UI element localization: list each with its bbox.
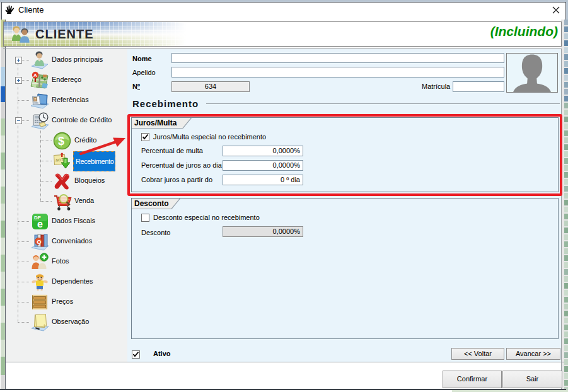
svg-text:e: e xyxy=(37,219,43,229)
svg-text:A: A xyxy=(33,72,37,78)
svg-text:$: $ xyxy=(58,135,64,147)
svg-text:Q: Q xyxy=(37,239,42,245)
